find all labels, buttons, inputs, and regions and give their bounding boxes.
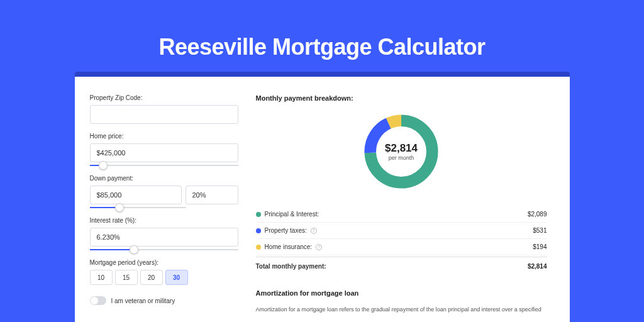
mortgage-period-group: Mortgage period (years): 10 15 20 30 [90, 259, 238, 285]
down-payment-group: Down payment: [90, 175, 238, 208]
dot-icon [256, 245, 261, 250]
dot-icon [256, 212, 261, 217]
calculator-card: Property Zip Code: Home price: Down paym… [75, 77, 570, 322]
form-column: Property Zip Code: Home price: Down paym… [90, 94, 238, 322]
interest-rate-group: Interest rate (%): [90, 217, 238, 250]
breakdown-title: Monthly payment breakdown: [256, 94, 547, 102]
donut-center: $2,814 per month [360, 111, 442, 192]
slider-thumb[interactable] [130, 245, 138, 254]
legend-label: Principal & Interest: [265, 211, 319, 218]
period-btn-20[interactable]: 20 [140, 270, 163, 285]
donut-chart-wrap: $2,814 per month [256, 111, 547, 192]
interest-rate-input[interactable] [90, 228, 238, 247]
legend-value: $531 [533, 227, 547, 234]
info-icon[interactable]: ? [316, 244, 322, 250]
home-price-group: Home price: [90, 133, 238, 166]
donut-amount: $2,814 [385, 142, 418, 155]
slider-fill [90, 249, 135, 250]
results-column: Monthly payment breakdown: $2,814 per mo… [256, 94, 547, 322]
veteran-toggle-label: I am veteran or military [111, 297, 175, 304]
amortization-text: Amortization for a mortgage loan refers … [256, 306, 547, 314]
legend-label: Property taxes: [265, 227, 307, 234]
legend-row-insurance: Home insurance: ? $194 [256, 239, 547, 255]
slider-thumb[interactable] [99, 161, 108, 170]
zip-field-group: Property Zip Code: [90, 94, 238, 124]
info-icon[interactable]: ? [311, 228, 317, 234]
donut-sub: per month [389, 155, 414, 161]
legend-value: $194 [533, 243, 547, 250]
down-payment-label: Down payment: [90, 175, 238, 182]
donut-chart: $2,814 per month [360, 111, 442, 192]
home-price-label: Home price: [90, 133, 238, 140]
total-row: Total monthly payment: $2,814 [256, 257, 547, 275]
slider-thumb[interactable] [115, 203, 124, 212]
legend-label: Home insurance: [265, 243, 313, 250]
home-price-slider[interactable] [90, 165, 238, 166]
amortization-section: Amortization for mortgage loan Amortizat… [256, 289, 547, 314]
legend-value: $2,089 [528, 211, 547, 218]
zip-input[interactable] [90, 105, 238, 124]
interest-rate-label: Interest rate (%): [90, 217, 238, 224]
period-btn-30[interactable]: 30 [165, 270, 188, 285]
period-btn-15[interactable]: 15 [115, 270, 138, 285]
down-payment-amount-input[interactable] [90, 186, 182, 204]
veteran-toggle[interactable] [90, 296, 106, 305]
down-payment-pct-input[interactable] [186, 186, 238, 204]
card-shadow: Property Zip Code: Home price: Down paym… [75, 72, 570, 322]
interest-rate-slider[interactable] [90, 249, 238, 250]
page-title: Reeseville Mortgage Calculator [158, 34, 485, 60]
dot-icon [256, 228, 261, 233]
amortization-title: Amortization for mortgage loan [256, 289, 547, 297]
period-buttons: 10 15 20 30 [90, 270, 238, 285]
legend-row-principal: Principal & Interest: $2,089 [256, 206, 547, 223]
home-price-input[interactable] [90, 143, 238, 162]
legend-row-taxes: Property taxes: ? $531 [256, 223, 547, 239]
total-value: $2,814 [528, 263, 547, 270]
down-payment-slider[interactable] [90, 207, 186, 208]
total-label: Total monthly payment: [256, 263, 326, 270]
period-btn-10[interactable]: 10 [90, 270, 113, 285]
mortgage-period-label: Mortgage period (years): [90, 259, 238, 266]
zip-label: Property Zip Code: [90, 94, 238, 101]
veteran-toggle-row: I am veteran or military [90, 296, 238, 305]
